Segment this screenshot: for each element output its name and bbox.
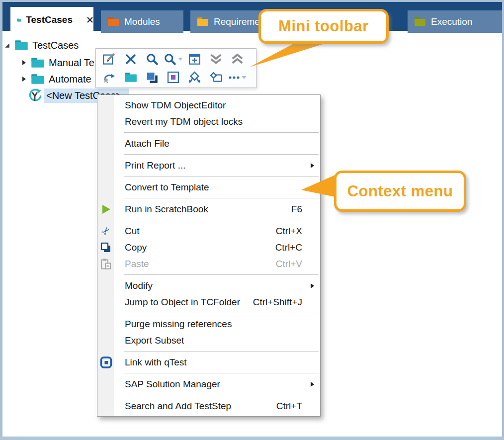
tree-item-manual-testcases[interactable]: Manual Te [21, 55, 94, 70]
folder-icon-olive [414, 17, 426, 26]
context-menu: Show TDM ObjectEditor Revert my TDM obje… [97, 94, 321, 417]
callout-mini-toolbar: Mini toolbar [258, 9, 389, 44]
expander-collapsed-icon[interactable] [21, 76, 27, 83]
testcase-icon [28, 88, 42, 102]
expander-expanded-icon[interactable] [4, 42, 10, 49]
menu-separator [97, 272, 320, 277]
menu-separator [97, 195, 320, 201]
tree-item-label: TestCases [32, 40, 79, 51]
expander-collapsed-icon[interactable] [21, 59, 27, 66]
menu-item-show-tdm-objecteditor[interactable]: Show TDM ObjectEditor [97, 97, 320, 113]
callout-context-menu: Context menu [334, 171, 466, 212]
tab-modules[interactable]: Modules [101, 10, 183, 33]
menu-separator [97, 130, 320, 135]
tree-item-label: Manual Te [49, 57, 94, 69]
menu-item-run-in-scratchbook[interactable]: Run in ScratchBookF6 [97, 201, 320, 217]
tab-execution[interactable]: Execution [408, 10, 502, 33]
chevron-down-icon [178, 58, 183, 61]
submenu-arrow-icon [311, 163, 314, 168]
create-branch-icon[interactable] [184, 69, 205, 86]
window-frame [0, 0, 504, 2]
menu-separator [97, 370, 320, 376]
menu-item-search-and-add-teststep[interactable]: Search and Add TestStepCtrl+T [97, 398, 320, 414]
menu-separator [97, 349, 320, 354]
tab-bar: TestCases Modules Requirements Execution [0, 2, 504, 31]
menu-item-export-subset[interactable]: Export Subset [97, 332, 320, 349]
copy-icon [99, 242, 113, 253]
collapse-all-icon[interactable] [205, 51, 227, 68]
menu-item-link-with-qtest[interactable]: Link with qTest [97, 354, 320, 370]
tab-label: Modules [124, 16, 160, 27]
folder-icon-teal [17, 15, 21, 25]
rename-icon[interactable] [98, 51, 120, 68]
menu-item-copy[interactable]: CopyCtrl+C [97, 239, 320, 256]
menu-item-attach-file[interactable]: Attach File [97, 135, 320, 152]
tab-label: Execution [431, 16, 472, 27]
menu-item-print-report[interactable]: Print Report ... [97, 157, 320, 174]
menu-item-modify[interactable]: Modify [97, 277, 320, 294]
create-reference-icon[interactable] [205, 69, 227, 86]
menu-item-purge-missing-references[interactable]: Purge missing references [97, 316, 320, 332]
callout-text: Context menu [347, 182, 453, 200]
menu-item-jump-to-object[interactable]: Jump to Object in TCFolderCtrl+Shift+J [97, 294, 320, 310]
folder-icon-teal [14, 40, 28, 51]
open-details-icon[interactable] [184, 51, 205, 68]
delete-icon[interactable] [120, 51, 141, 68]
create-folder-icon[interactable] [120, 69, 141, 86]
callout-tail [246, 41, 333, 71]
window-frame [0, 0, 2, 440]
play-icon [99, 204, 113, 214]
menu-item-convert-to-template[interactable]: Convert to Template [97, 179, 320, 195]
submenu-arrow-icon [311, 283, 314, 288]
more-options-icon[interactable] [227, 69, 248, 86]
window-frame [0, 437, 504, 440]
drag-drop-icon[interactable] [98, 69, 120, 86]
search-dropdown-icon[interactable] [163, 51, 184, 68]
search-icon[interactable] [141, 51, 163, 68]
tab-label: TestCases [26, 14, 73, 25]
submenu-arrow-icon [311, 382, 314, 387]
paste-icon [99, 258, 113, 269]
tree-item-testcases-root[interactable]: TestCases [4, 38, 79, 53]
expand-all-icon[interactable] [227, 51, 248, 68]
menu-item-cut[interactable]: ✂ CutCtrl+X [97, 223, 320, 239]
tree-item-automated-testcases[interactable]: Automate [21, 72, 91, 87]
menu-item-sap-solution-manager[interactable]: SAP Solution Manager [97, 376, 320, 392]
callout-text: Mini toolbar [278, 17, 369, 35]
mini-toolbar [95, 48, 256, 88]
menu-item-paste: PasteCtrl+V [97, 256, 320, 272]
menu-separator [97, 152, 320, 157]
menu-separator [97, 217, 320, 223]
menu-item-revert-tdm-locks[interactable]: Revert my TDM object locks [97, 113, 320, 130]
tab-testcases[interactable]: TestCases [10, 7, 93, 33]
qtest-icon [99, 356, 113, 368]
create-testcase-icon[interactable] [141, 69, 163, 86]
callout-tail [298, 173, 338, 201]
scissors-icon: ✂ [97, 222, 115, 240]
folder-icon-orange [107, 17, 119, 26]
close-icon[interactable] [86, 16, 93, 23]
folder-icon-yellow [197, 17, 209, 26]
folder-icon-teal [31, 57, 45, 68]
tree-item-label: Automate [49, 74, 91, 85]
window-frame [502, 0, 504, 440]
menu-separator [97, 310, 320, 316]
create-template-icon[interactable] [163, 69, 184, 86]
chevron-down-icon [242, 76, 247, 79]
menu-separator [97, 174, 320, 179]
mini-toolbar-row-1 [98, 50, 253, 68]
menu-separator [97, 392, 320, 398]
mini-toolbar-row-2 [98, 68, 253, 87]
app-window: TestCases Modules Requirements Execution… [0, 0, 504, 440]
folder-icon-teal [31, 74, 45, 85]
